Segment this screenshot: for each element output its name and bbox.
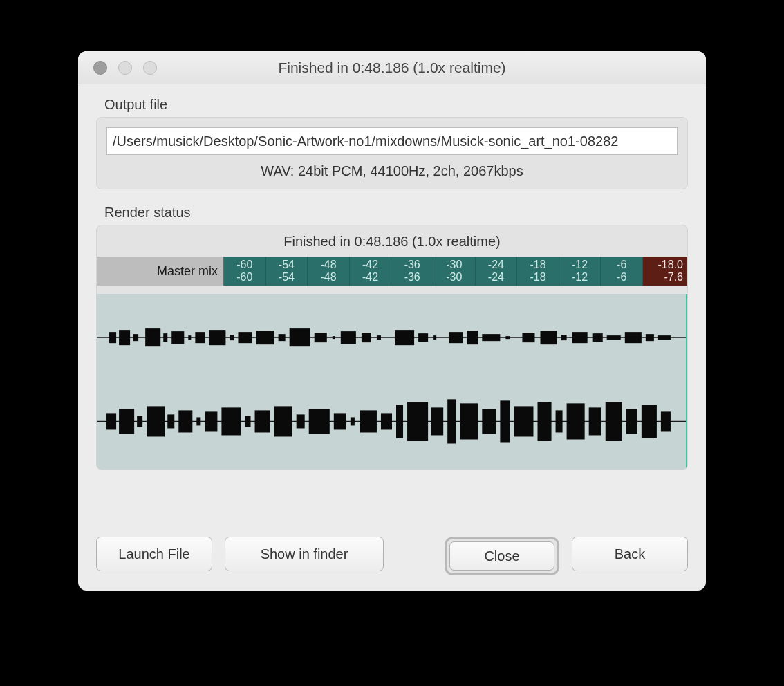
render-finished-dialog: Finished in 0:48.186 (1.0x realtime) Out… (78, 51, 706, 591)
svg-rect-4 (133, 334, 138, 341)
svg-rect-43 (196, 417, 200, 425)
output-path-field[interactable] (106, 127, 678, 155)
db-tick: -48 (320, 271, 336, 284)
window-title: Finished in 0:48.186 (1.0x realtime) (78, 59, 706, 76)
svg-rect-49 (297, 414, 305, 428)
svg-rect-31 (572, 332, 588, 343)
svg-rect-65 (567, 403, 585, 439)
meter-db-scale: -60-60 -54-54 -48-48 -42-42 -36-36 -30-3… (224, 257, 643, 286)
svg-rect-44 (205, 411, 217, 431)
waveform-display (97, 294, 687, 470)
svg-rect-10 (209, 330, 225, 345)
svg-rect-22 (418, 333, 428, 342)
svg-rect-8 (188, 335, 191, 340)
minimize-window-icon (118, 61, 132, 75)
db-tick: -30 (446, 259, 462, 271)
svg-rect-39 (137, 416, 142, 427)
content-area: Output file WAV: 24bit PCM, 44100Hz, 2ch… (78, 84, 706, 470)
svg-rect-9 (195, 332, 205, 343)
svg-rect-56 (407, 402, 428, 441)
svg-rect-52 (351, 417, 355, 425)
db-tick: -60 (236, 271, 252, 284)
svg-rect-58 (447, 399, 456, 443)
meter-peak-readout: -18.0 -7.6 (643, 257, 687, 286)
output-file-panel: WAV: 24bit PCM, 44100Hz, 2ch, 2067kbps (96, 117, 688, 189)
svg-rect-46 (245, 416, 251, 427)
maximize-window-icon (143, 61, 157, 75)
db-tick: -54 (279, 271, 295, 284)
db-tick: -42 (362, 259, 378, 271)
db-tick: -30 (446, 271, 462, 284)
svg-rect-57 (431, 407, 443, 435)
svg-rect-16 (315, 333, 327, 342)
output-file-label: Output file (104, 97, 688, 113)
svg-rect-45 (221, 407, 241, 435)
svg-rect-32 (593, 333, 603, 342)
db-tick: -36 (404, 271, 420, 284)
svg-rect-35 (646, 334, 654, 341)
svg-rect-28 (522, 333, 534, 342)
db-tick: -18 (530, 271, 545, 284)
svg-rect-30 (561, 335, 567, 340)
svg-rect-13 (256, 331, 274, 344)
waveform-icon (97, 294, 686, 470)
svg-rect-25 (467, 331, 478, 344)
db-tick: -60 (236, 259, 252, 271)
svg-rect-53 (360, 410, 377, 432)
svg-rect-67 (606, 402, 622, 441)
svg-rect-33 (607, 335, 621, 340)
svg-rect-15 (290, 328, 310, 346)
svg-rect-17 (333, 336, 335, 339)
svg-rect-3 (119, 330, 130, 345)
svg-rect-51 (334, 413, 346, 429)
back-button[interactable]: Back (572, 537, 688, 571)
show-in-finder-button[interactable]: Show in finder (225, 537, 384, 571)
titlebar: Finished in 0:48.186 (1.0x realtime) (78, 51, 706, 84)
db-tick: -18 (530, 259, 545, 271)
svg-rect-54 (381, 413, 392, 429)
svg-rect-47 (255, 410, 270, 432)
db-tick: -54 (279, 259, 295, 271)
db-tick: -6 (617, 271, 626, 284)
svg-rect-34 (625, 332, 642, 343)
svg-rect-36 (658, 335, 671, 340)
render-status-text: Finished in 0:48.186 (1.0x realtime) (97, 225, 687, 257)
db-tick: -24 (488, 259, 504, 271)
db-tick: -24 (488, 271, 504, 284)
svg-rect-59 (460, 403, 478, 439)
svg-rect-11 (230, 335, 234, 340)
svg-rect-7 (171, 331, 184, 344)
svg-rect-62 (514, 406, 533, 436)
db-tick: -42 (362, 271, 378, 284)
close-button[interactable]: Close (449, 541, 554, 571)
svg-rect-66 (589, 407, 601, 435)
svg-rect-23 (433, 335, 436, 340)
traffic-lights (78, 61, 157, 75)
svg-rect-21 (395, 330, 414, 345)
meter-mix-label: Master mix (97, 257, 224, 286)
svg-rect-63 (537, 402, 551, 441)
svg-rect-12 (238, 332, 252, 343)
svg-rect-60 (482, 409, 496, 434)
svg-rect-26 (482, 334, 500, 341)
render-status-panel: Finished in 0:48.186 (1.0x realtime) Mas… (96, 225, 688, 470)
launch-file-button[interactable]: Launch File (96, 537, 212, 571)
svg-rect-18 (341, 331, 356, 344)
db-tick: -12 (572, 271, 588, 284)
svg-rect-50 (309, 409, 330, 434)
svg-rect-37 (106, 413, 116, 429)
svg-rect-2 (109, 332, 116, 343)
svg-rect-55 (396, 405, 403, 438)
db-tick: -6 (617, 259, 626, 271)
svg-rect-61 (500, 400, 510, 442)
svg-rect-24 (449, 332, 463, 343)
close-window-icon[interactable] (93, 61, 107, 75)
db-tick: -36 (404, 259, 420, 271)
db-tick: -12 (572, 259, 588, 271)
button-bar: Launch File Show in finder Close Back (96, 537, 688, 575)
render-status-label: Render status (104, 205, 688, 221)
svg-rect-64 (556, 410, 563, 432)
svg-rect-41 (167, 414, 174, 428)
svg-rect-38 (119, 409, 134, 434)
svg-rect-19 (362, 333, 371, 342)
